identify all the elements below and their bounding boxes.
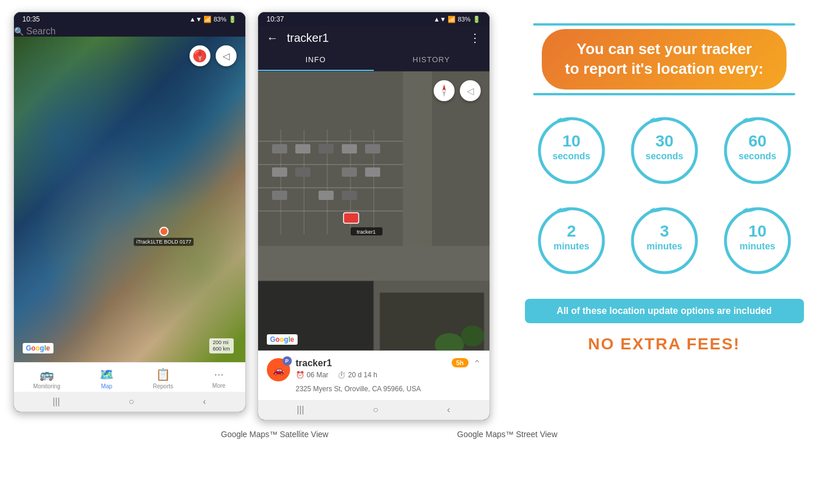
no-fee-text: All of these location update options are…	[557, 306, 772, 316]
tab-info[interactable]: INFO	[258, 49, 374, 71]
status-bar-1: 10:35 ▲▼ 📶 83% 🔋	[14, 12, 245, 26]
time-2: 10:37	[267, 15, 284, 23]
sat-direction-icon: ◁	[467, 85, 474, 96]
tracker-title: tracker1	[287, 31, 460, 45]
direction-icon: ◁	[223, 51, 230, 62]
svg-text:minutes: minutes	[553, 241, 589, 251]
monitoring-icon: 🚌	[40, 367, 54, 381]
svg-point-51	[632, 209, 696, 273]
svg-point-43	[725, 119, 789, 183]
circle-10-seconds: 10 seconds	[534, 113, 609, 188]
phone1-screen: 10:35 ▲▼ 📶 83% 🔋 🔍 Search 🔴	[13, 12, 246, 412]
nav-monitoring-label: Monitoring	[33, 383, 60, 389]
gesture-home-icon[interactable]: ○	[128, 396, 134, 407]
gesture-menu-icon-2[interactable]: |||	[297, 405, 304, 415]
time-1: 10:35	[23, 15, 40, 23]
gesture-back-icon[interactable]: ‹	[203, 396, 206, 407]
svg-marker-34	[442, 91, 446, 97]
more-options-button[interactable]: ⋮	[469, 31, 481, 45]
svg-marker-0	[198, 50, 202, 56]
svg-rect-21	[342, 167, 357, 177]
time-badge: 5h	[452, 358, 469, 367]
google-sat-logo: Google	[267, 334, 298, 345]
meta-duration: ⏱️ 20 d 14 h	[337, 371, 377, 379]
nav-monitoring[interactable]: 🚌 Monitoring	[33, 367, 60, 389]
no-fee-banner: All of these location update options are…	[525, 299, 804, 323]
reports-icon: 📋	[156, 367, 170, 381]
svg-rect-26	[344, 213, 359, 223]
nav-more[interactable]: ··· More	[212, 367, 226, 389]
svg-rect-23	[272, 191, 287, 200]
tracker-label: iTrack1LTE BOLD 0177	[134, 238, 194, 246]
no-extra-fees: NO EXTRA FEES!	[588, 335, 741, 353]
info-title: You can set your tracker to report it's …	[542, 29, 787, 90]
svg-text:seconds: seconds	[552, 151, 590, 161]
info-panel: You can set your tracker to report it's …	[502, 12, 827, 371]
tracker-pin: iTrack1LTE BOLD 0177	[134, 227, 194, 246]
tracker-info-left: 🚗 P tracker1 ⏰ 06 Mar ⏱️ 20 d 1	[267, 358, 377, 381]
svg-rect-20	[295, 167, 310, 177]
svg-rect-16	[319, 144, 334, 153]
direction-button[interactable]: ◁	[216, 45, 237, 66]
search-icon: 🔍	[14, 27, 24, 36]
map-area-satellite[interactable]: 🔴 ◁ iTrack1LTE BOLD 0177 G	[14, 37, 245, 362]
satellite-view-area[interactable]: tracker1 ◁ Goog	[258, 72, 489, 351]
svg-marker-1	[198, 56, 202, 62]
svg-text:10: 10	[748, 222, 766, 240]
svg-point-47	[539, 209, 603, 273]
svg-text:60: 60	[748, 132, 766, 150]
compass-button[interactable]: 🔴	[190, 45, 210, 66]
svg-rect-3	[258, 246, 489, 281]
tracker-header: ← tracker1 ⋮	[258, 26, 489, 49]
svg-text:seconds: seconds	[645, 151, 683, 161]
map-icon: 🗺️	[99, 367, 114, 381]
nav-reports-label: Reports	[153, 383, 173, 389]
circle-2-minutes: 2 minutes	[534, 203, 609, 278]
captions-row: Google Maps™ Satellite View Google Maps™…	[159, 429, 682, 439]
nav-map-label: Map	[101, 383, 112, 389]
svg-rect-25	[342, 191, 357, 200]
gesture-bar-2: ||| ○ ‹	[258, 400, 489, 420]
gesture-bar-1: ||| ○ ‹	[14, 392, 245, 412]
svg-rect-18	[365, 144, 380, 153]
circle-3-minutes: 3 minutes	[627, 203, 702, 278]
scale-bar: 200 mi 600 km	[209, 338, 234, 353]
circle-60-seconds: 60 seconds	[720, 113, 795, 188]
svg-text:30: 30	[655, 132, 673, 150]
svg-text:2: 2	[567, 222, 576, 240]
svg-text:seconds: seconds	[738, 151, 776, 161]
svg-rect-19	[272, 167, 287, 177]
phone2-screen: 10:37 ▲▼ 📶 83% 🔋 ← tracker1 ⋮ INFO HISTO…	[258, 12, 490, 420]
svg-point-32	[461, 326, 484, 346]
tab-history[interactable]: HISTORY	[374, 49, 489, 71]
tab-bar: INFO HISTORY	[258, 49, 489, 72]
address-text: 2325 Myers St, Oroville, CA 95966, USA	[267, 385, 481, 393]
nav-reports[interactable]: 📋 Reports	[153, 367, 173, 389]
search-placeholder: Search	[26, 26, 56, 36]
sat-direction-button[interactable]: ◁	[460, 80, 481, 101]
gesture-back-icon-2[interactable]: ‹	[447, 405, 450, 415]
time-icon: ⏰	[296, 371, 305, 379]
gesture-home-icon-2[interactable]: ○	[373, 405, 378, 415]
svg-point-55	[725, 209, 789, 273]
sat-compass[interactable]	[434, 80, 455, 101]
circles-grid: 10 seconds 30 seconds	[534, 113, 795, 278]
svg-text:minutes: minutes	[739, 241, 775, 251]
google-logo: Google	[23, 343, 53, 353]
meta-date: ⏰ 06 Mar	[296, 371, 328, 379]
nav-map[interactable]: 🗺️ Map	[99, 367, 114, 389]
svg-rect-4	[403, 72, 432, 246]
svg-marker-33	[442, 84, 446, 91]
circle-30-seconds: 30 seconds	[627, 113, 702, 188]
svg-text:10: 10	[562, 132, 580, 150]
search-bar[interactable]: 🔍 Search	[14, 26, 245, 37]
scroll-up-icon[interactable]: ⌃	[473, 358, 481, 369]
parking-badge: P	[283, 356, 292, 366]
gesture-menu-icon[interactable]: |||	[53, 396, 60, 407]
svg-rect-14	[272, 144, 287, 153]
svg-rect-17	[342, 144, 357, 153]
clock-icon: ⏱️	[337, 371, 346, 379]
svg-point-39	[632, 119, 696, 183]
svg-rect-22	[365, 167, 380, 177]
back-button[interactable]: ←	[267, 31, 278, 45]
